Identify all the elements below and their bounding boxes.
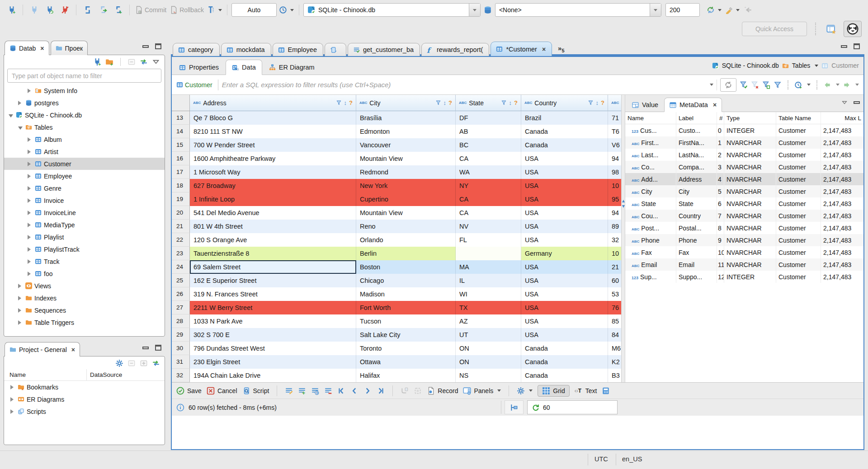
grid-cell[interactable]: UT [456,328,521,342]
tree-item-postgres[interactable]: postgres [4,97,165,109]
column-filter-icon[interactable] [435,100,441,106]
grid-cell[interactable]: 53 [608,287,621,301]
grid-cell[interactable]: USA [521,301,608,314]
tab-projects[interactable]: Проек [51,41,88,55]
grid-cell[interactable]: 89 [608,220,621,233]
new-folder-icon[interactable]: + [105,58,113,66]
minimize-icon[interactable] [841,45,847,48]
grid-cell[interactable]: B3 [608,369,621,382]
grid-cell[interactable]: Canada [521,138,608,152]
delete-row-icon[interactable] [324,387,332,395]
remove-filter-icon[interactable] [751,81,759,89]
custom-filter-icon[interactable] [774,81,782,89]
fetch-size-input[interactable]: 200 [665,3,700,17]
tree-item-data-types[interactable]: Data Types [4,328,165,331]
column-filter-icon[interactable] [336,100,342,106]
project-item-er-diagrams[interactable]: ER Diagrams [4,393,165,405]
grid-cell[interactable]: 1600 Amphitheatre Parkway [190,152,356,165]
tree-item-customer[interactable]: Customer [4,158,165,170]
grid-cell[interactable]: Halifax [356,369,456,382]
tab-database-navigator[interactable]: Datab × [5,41,49,55]
expand-arrow-icon[interactable] [18,282,23,290]
maximize-icon[interactable] [155,43,161,49]
row-number[interactable]: 17 [172,165,190,179]
grid-cell[interactable]: 302 S 700 E [190,328,356,342]
edit-row-icon[interactable] [285,387,293,395]
new-connection-button[interactable]: + [5,4,19,16]
maximize-icon[interactable] [854,43,860,49]
grid-cell[interactable]: Toronto [356,342,456,355]
tree-item-playlisttrack[interactable]: PlaylistTrack [4,243,165,255]
expand-arrow-icon[interactable] [18,295,23,302]
row-number[interactable]: 23 [172,247,190,260]
grid-cell[interactable]: 69 Salem Street [190,260,356,274]
expand-arrow-icon[interactable] [28,160,33,168]
panel-menu-icon[interactable] [841,99,848,106]
tree-item-artist[interactable]: Artist [4,145,165,158]
row-number[interactable]: 27 [172,301,190,314]
row-number[interactable]: 16 [172,152,190,165]
view-menu-icon[interactable] [152,58,160,66]
grid-cell[interactable]: 76 [608,301,621,314]
grid-cell[interactable]: 94 [608,206,621,220]
first-row-icon[interactable] [337,387,345,395]
locale-indicator[interactable]: en_US [622,455,642,463]
expand-arrow-icon[interactable] [18,99,23,107]
grid-cell[interactable]: CA [456,152,521,165]
column-datasource[interactable]: DataSource [90,371,122,378]
metadata-column-[interactable]: # [717,112,724,124]
row-number[interactable]: 32 [172,369,190,382]
metadata-column-label[interactable]: Label [676,112,717,124]
grid-cell[interactable]: Boston [356,260,456,274]
grid-cell[interactable]: Brazil [521,111,608,125]
grid-cell[interactable]: NV [456,220,521,233]
rollback-button[interactable]: Rollback [169,4,205,16]
reconnect-button[interactable] [42,4,57,16]
tree-item-playlist[interactable]: Playlist [4,231,165,243]
collapse-all-icon[interactable] [127,359,136,367]
back-button[interactable]: * [742,4,756,16]
script-button[interactable]: Script [242,387,269,395]
link-with-editor-icon[interactable] [140,58,148,66]
grid-cell[interactable]: FL [456,233,521,247]
grid-cell[interactable]: Tauentzienstraße 8 [190,247,356,260]
grid-cell[interactable]: Madison [356,287,456,301]
cancel-button[interactable]: Cancel [207,387,237,395]
grid-cell[interactable]: 541 Del Medio Avenue [190,206,356,220]
row-number[interactable]: 31 [172,355,190,369]
tab-value[interactable]: Value [627,98,663,112]
grid-cell[interactable]: M6 [608,342,621,355]
last-row-icon[interactable] [377,387,385,395]
expand-arrow-icon[interactable] [28,185,33,192]
metadata-row[interactable]: ABCCo...Compa...3NVARCHARCustomer2,147,4… [625,161,863,173]
tree-item-sequences[interactable]: Sequences [4,304,165,316]
grid-cell[interactable]: 1 Microsoft Way [190,165,356,179]
tree-item-invoiceline[interactable]: InvoiceLine [4,206,165,219]
grid-cell[interactable]: NS [456,369,521,382]
metadata-row[interactable]: ABCPost...Postal...8NVARCHARCustomer2,14… [625,222,863,234]
expand-arrow-icon[interactable] [28,258,33,265]
editor-tab-category[interactable]: category [173,43,220,56]
editor-tab-employee[interactable]: Employee [273,43,323,56]
link-with-editor-icon[interactable] [152,359,160,367]
grid-cell[interactable]: USA [521,328,608,342]
forward-green-icon[interactable] [843,81,851,89]
grid-cell[interactable]: Fort Worth [356,301,456,314]
grid-cell[interactable]: 84 [608,328,621,342]
tab-metadata[interactable]: MetaData × [664,98,722,112]
grid-cell[interactable]: AB [456,125,521,138]
metadata-row[interactable]: ABCPhonePhone9NVARCHARCustomer2,147,483 [625,234,863,246]
editor-tab--sqlite-chino[interactable] [325,43,346,56]
grid-cell[interactable]: 162 E Superior Street [190,274,356,287]
transaction-log-button[interactable] [206,4,223,16]
back-dropdown-icon[interactable] [836,84,840,86]
grid-cell[interactable]: 1033 N Park Ave [190,314,356,328]
sort-icon[interactable]: ↕ [596,99,599,106]
expand-arrow-icon[interactable] [28,87,33,94]
grid-cell[interactable]: 71 [608,111,621,125]
metadata-row[interactable]: 123Sup...Suppo...12INTEGERCustomer2,147,… [625,271,863,283]
grid-cell[interactable]: Salt Lake City [356,328,456,342]
grid-cell[interactable]: 801 W 4th Street [190,220,356,233]
maximize-icon[interactable] [155,345,161,351]
grid-cell[interactable]: WI [456,287,521,301]
